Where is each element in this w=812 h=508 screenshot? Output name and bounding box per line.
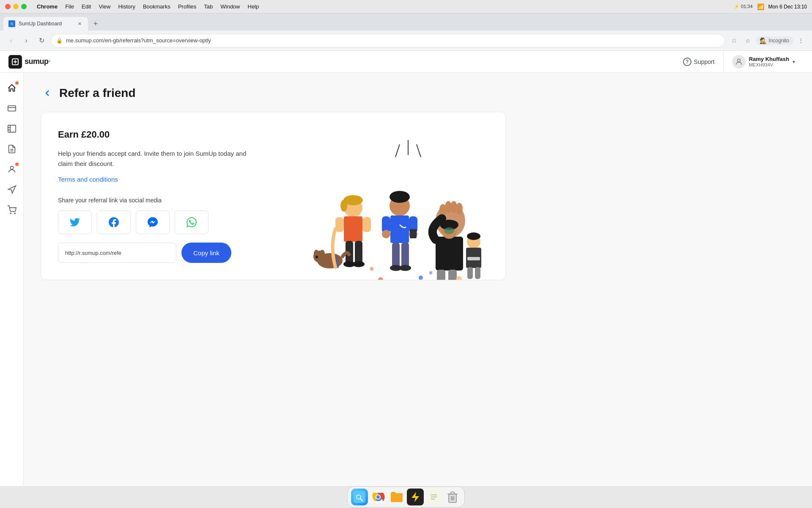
address-bar: ‹ › ↻ 🔒 me.sumup.com/en-gb/referrals?utm… bbox=[0, 30, 812, 51]
home-notification-badge bbox=[15, 81, 19, 85]
svg-point-29 bbox=[320, 250, 325, 257]
app-body: Refer a friend Earn £20.00 Help your fri… bbox=[0, 73, 812, 486]
menu-chrome[interactable]: Chrome bbox=[37, 3, 58, 10]
secure-connection-icon: 🔒 bbox=[56, 38, 63, 44]
svg-rect-52 bbox=[437, 270, 445, 280]
svg-point-51 bbox=[444, 227, 454, 234]
forward-navigation-button[interactable]: › bbox=[20, 35, 32, 47]
svg-point-72 bbox=[376, 495, 380, 499]
dock-chrome[interactable] bbox=[370, 489, 387, 505]
user-id: MEXH934V bbox=[749, 62, 789, 67]
svg-line-15 bbox=[417, 144, 421, 157]
new-tab-button[interactable]: + bbox=[90, 18, 102, 30]
browser-menu-button[interactable]: ⋮ bbox=[795, 35, 807, 47]
svg-rect-64 bbox=[370, 267, 374, 271]
sidebar bbox=[0, 73, 24, 486]
wifi-icon: 📶 bbox=[757, 3, 764, 10]
avatar bbox=[732, 55, 746, 69]
svg-point-12 bbox=[14, 213, 15, 214]
maximize-window-button[interactable] bbox=[21, 4, 27, 9]
support-icon: ? bbox=[683, 58, 691, 66]
titlebar-menu: Chrome File Edit View History Bookmarks … bbox=[37, 3, 259, 10]
user-info: Ramy Khuffash MEXH934V bbox=[749, 56, 789, 67]
chevron-down-icon: ▾ bbox=[793, 59, 795, 65]
sidebar-item-reports[interactable] bbox=[3, 141, 20, 157]
support-button[interactable]: ? Support bbox=[675, 51, 724, 73]
svg-rect-65 bbox=[429, 271, 433, 275]
terms-and-conditions-link[interactable]: Terms and conditions bbox=[58, 176, 118, 183]
earn-description: Help your friends accept card. Invite th… bbox=[58, 149, 269, 169]
incognito-label: Incognito bbox=[768, 38, 789, 44]
user-section[interactable]: Ramy Khuffash MEXH934V ▾ bbox=[724, 51, 804, 73]
copy-link-button[interactable]: Copy link bbox=[181, 243, 231, 263]
page-header: Refer a friend bbox=[41, 86, 795, 100]
sidebar-item-products[interactable] bbox=[3, 120, 20, 137]
sidebar-item-home[interactable] bbox=[3, 80, 20, 97]
menu-bookmarks[interactable]: Bookmarks bbox=[143, 3, 170, 10]
svg-rect-38 bbox=[410, 229, 417, 238]
menu-tab[interactable]: Tab bbox=[204, 3, 213, 10]
back-button[interactable] bbox=[41, 86, 54, 100]
whatsapp-share-button[interactable] bbox=[175, 210, 208, 234]
referral-illustration bbox=[294, 112, 505, 280]
svg-rect-21 bbox=[362, 217, 371, 232]
tab-favicon: S bbox=[8, 20, 15, 27]
svg-point-55 bbox=[467, 232, 480, 240]
tab-close-button[interactable]: ✕ bbox=[76, 20, 83, 27]
sidebar-item-payments[interactable] bbox=[3, 100, 20, 117]
logo-text: sumup· bbox=[25, 57, 50, 66]
support-label: Support bbox=[694, 58, 715, 65]
svg-point-42 bbox=[399, 265, 411, 271]
main-content: Refer a friend Earn £20.00 Help your fri… bbox=[24, 73, 812, 486]
messenger-share-button[interactable] bbox=[136, 210, 170, 234]
menu-view[interactable]: View bbox=[99, 3, 110, 10]
menu-profiles[interactable]: Profiles bbox=[178, 3, 196, 10]
sidebar-item-marketing[interactable] bbox=[3, 181, 20, 198]
customers-notification-badge bbox=[15, 163, 19, 166]
menu-edit[interactable]: Edit bbox=[82, 3, 91, 10]
twitter-share-button[interactable] bbox=[58, 210, 92, 234]
svg-rect-48 bbox=[436, 237, 463, 271]
reload-button[interactable]: ↻ bbox=[36, 35, 47, 47]
cast-icon[interactable]: ⊡ bbox=[728, 35, 740, 47]
active-tab[interactable]: S SumUp Dashboard ✕ bbox=[3, 17, 88, 30]
menu-history[interactable]: History bbox=[118, 3, 135, 10]
incognito-icon: 🕵 bbox=[760, 37, 767, 44]
bookmark-star-icon[interactable]: ☆ bbox=[742, 35, 754, 47]
menu-window[interactable]: Window bbox=[220, 3, 240, 10]
dock-folder[interactable] bbox=[388, 489, 405, 505]
svg-point-10 bbox=[10, 166, 13, 169]
dock-container bbox=[0, 486, 812, 508]
dock-trash[interactable] bbox=[444, 489, 461, 505]
svg-rect-57 bbox=[467, 257, 480, 260]
social-buttons bbox=[58, 210, 295, 234]
logo-icon bbox=[8, 55, 22, 69]
dock-notes[interactable] bbox=[425, 489, 442, 505]
menu-help[interactable]: Help bbox=[248, 3, 259, 10]
sidebar-item-store[interactable] bbox=[3, 202, 20, 218]
svg-rect-4 bbox=[8, 125, 15, 133]
close-window-button[interactable] bbox=[5, 4, 11, 9]
facebook-share-button[interactable] bbox=[97, 210, 131, 234]
svg-point-32 bbox=[390, 191, 410, 203]
tab-title: SumUp Dashboard bbox=[19, 21, 73, 27]
svg-rect-58 bbox=[467, 267, 473, 279]
header-right: ? Support Ramy Khuffash MEXH934V ▾ bbox=[675, 51, 804, 73]
svg-rect-40 bbox=[401, 243, 409, 268]
incognito-badge: 🕵 Incognito bbox=[755, 36, 793, 45]
svg-point-30 bbox=[315, 256, 318, 258]
svg-point-18 bbox=[340, 200, 347, 212]
sidebar-item-customers[interactable] bbox=[3, 161, 20, 178]
svg-point-60 bbox=[378, 277, 383, 280]
dock-bolt[interactable] bbox=[407, 489, 424, 505]
back-navigation-button[interactable]: ‹ bbox=[5, 35, 17, 47]
menu-file[interactable]: File bbox=[65, 3, 74, 10]
url-bar[interactable]: 🔒 me.sumup.com/en-gb/referrals?utm_sourc… bbox=[51, 34, 725, 47]
dock-finder[interactable] bbox=[351, 489, 368, 505]
svg-point-61 bbox=[419, 276, 423, 280]
minimize-window-button[interactable] bbox=[13, 4, 19, 9]
referral-link-input[interactable] bbox=[58, 243, 176, 263]
svg-rect-59 bbox=[475, 267, 480, 279]
svg-rect-53 bbox=[448, 270, 457, 280]
url-text: me.sumup.com/en-gb/referrals?utm_source=… bbox=[66, 37, 211, 44]
